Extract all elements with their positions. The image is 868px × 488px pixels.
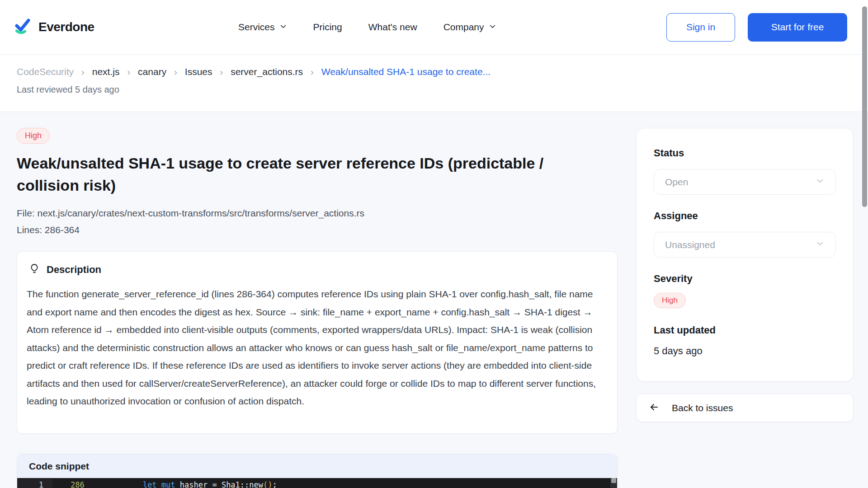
nav-item-services[interactable]: Services	[238, 22, 287, 33]
description-header: Description	[28, 263, 608, 277]
start-for-free-button[interactable]: Start for free	[748, 13, 847, 42]
assignee-label: Assignee	[654, 210, 836, 222]
code-keyword: let mut	[143, 480, 175, 488]
code-paren: ()	[263, 480, 272, 488]
issue-properties-card: Status Open Assignee Unassigned Severity…	[636, 128, 854, 382]
chevron-down-icon	[279, 22, 287, 33]
description-body: The function generate_server_reference_i…	[27, 285, 608, 410]
breadcrumb-item-canary[interactable]: canary	[138, 66, 166, 77]
breadcrumb: CodeSecurity › next.js › canary › Issues…	[17, 66, 868, 77]
description-heading: Description	[47, 264, 101, 276]
page-scrollbar-thumb[interactable]	[862, 6, 867, 207]
arrow-left-icon	[649, 402, 660, 414]
issue-meta: File: next.js/canary/crates/next-custom-…	[17, 205, 618, 238]
main-nav: Services Pricing What's new Company	[238, 0, 496, 54]
code-snippet-heading: Code snippet	[17, 454, 617, 478]
description-card: Description The function generate_server…	[17, 251, 618, 434]
breadcrumb-item-nextjs[interactable]: next.js	[92, 66, 120, 77]
chevron-down-icon	[816, 239, 825, 250]
assignee-value: Unassigned	[665, 239, 715, 250]
last-updated-value: 5 days ago	[654, 345, 836, 357]
header-actions: Sign in Start for free	[666, 0, 847, 54]
code-line-number: 1	[17, 479, 52, 488]
lines-range-text: Lines: 286-364	[17, 221, 618, 238]
chevron-down-icon	[489, 22, 496, 33]
brand-logo[interactable]: Everdone	[13, 0, 94, 54]
breadcrumb-item-file[interactable]: server_actions.rs	[231, 66, 303, 77]
file-path-text: File: next.js/canary/crates/next-custom-…	[17, 205, 618, 221]
code-scrollbar-track[interactable]	[610, 478, 617, 488]
nav-item-company[interactable]: Company	[443, 22, 496, 33]
nav-item-pricing[interactable]: Pricing	[313, 22, 342, 33]
breadcrumb-item-codesecurity[interactable]: CodeSecurity	[17, 66, 74, 77]
severity-value-badge: High	[654, 293, 686, 308]
status-label: Status	[654, 147, 836, 159]
status-select[interactable]: Open	[654, 169, 836, 195]
back-to-issues-button[interactable]: Back to issues	[636, 394, 854, 422]
issue-detail-column: High Weak/unsalted SHA-1 usage to create…	[17, 112, 618, 488]
lightbulb-icon	[28, 263, 40, 277]
code-text: let mut hasher = Sha1::new();	[106, 480, 277, 488]
page-scrollbar-track[interactable]	[861, 0, 868, 488]
breadcrumb-item-issues[interactable]: Issues	[185, 66, 212, 77]
page-title: Weak/unsalted SHA-1 usage to create serv…	[17, 152, 595, 197]
code-snippet-card: Code snippet 1 286 let mut hasher = Sha1…	[17, 454, 618, 488]
brand-name: Everdone	[38, 20, 94, 34]
breadcrumb-zone: CodeSecurity › next.js › canary › Issues…	[0, 55, 868, 112]
chevron-down-icon	[816, 176, 825, 188]
status-value: Open	[665, 177, 688, 188]
checkmark-logo-icon	[13, 16, 33, 38]
breadcrumb-separator: ›	[303, 67, 321, 77]
breadcrumb-separator: ›	[166, 67, 185, 77]
code-scrollbar-thumb[interactable]	[611, 478, 616, 483]
back-to-issues-label: Back to issues	[672, 403, 733, 413]
main-content: High Weak/unsalted SHA-1 usage to create…	[0, 112, 868, 488]
last-updated-label: Last updated	[654, 324, 836, 336]
code-line: 1 286 let mut hasher = Sha1::new();	[17, 478, 617, 488]
top-navigation-bar: Everdone Services Pricing What's new Com…	[0, 0, 868, 55]
severity-label: Severity	[654, 273, 836, 285]
breadcrumb-current-issue[interactable]: Weak/unsalted SHA-1 usage to create...	[321, 66, 491, 77]
breadcrumb-separator: ›	[212, 67, 231, 77]
source-line-number: 286	[52, 480, 106, 488]
severity-badge: High	[17, 128, 50, 144]
issue-sidebar: Status Open Assignee Unassigned Severity…	[636, 128, 854, 422]
breadcrumb-separator: ›	[74, 67, 92, 77]
sign-in-button[interactable]: Sign in	[666, 13, 735, 42]
last-reviewed-text: Last reviewed 5 days ago	[17, 84, 868, 95]
breadcrumb-separator: ›	[119, 67, 138, 77]
code-block[interactable]: 1 286 let mut hasher = Sha1::new();	[17, 478, 617, 488]
nav-item-whats-new[interactable]: What's new	[368, 22, 417, 33]
assignee-select[interactable]: Unassigned	[654, 232, 836, 258]
